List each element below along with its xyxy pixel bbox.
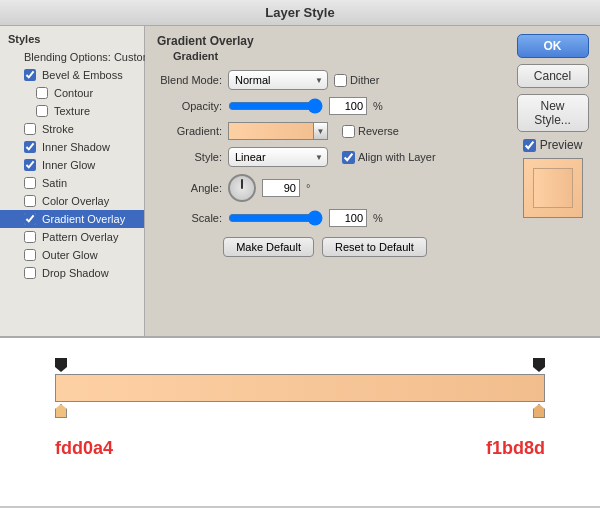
align-layer-label[interactable]: Align with Layer bbox=[342, 151, 436, 164]
gradient-row: Gradient: ▼ Reverse bbox=[157, 122, 493, 140]
opacity-slider[interactable] bbox=[228, 99, 323, 113]
gradient-stop-bottom-left[interactable] bbox=[55, 404, 67, 418]
blend-mode-label: Blend Mode: bbox=[157, 74, 222, 86]
make-default-button[interactable]: Make Default bbox=[223, 237, 314, 257]
sidebar-item-texture[interactable]: Texture bbox=[0, 102, 144, 120]
reverse-checkbox[interactable] bbox=[342, 125, 355, 138]
panel-title: Gradient Overlay bbox=[157, 34, 493, 48]
preview-checkbox[interactable] bbox=[523, 139, 536, 152]
ok-button[interactable]: OK bbox=[517, 34, 589, 58]
outer-glow-checkbox[interactable] bbox=[24, 249, 36, 261]
scale-input[interactable] bbox=[329, 209, 367, 227]
scale-slider[interactable] bbox=[228, 211, 323, 225]
sidebar-item-gradient-overlay[interactable]: Gradient Overlay bbox=[0, 210, 144, 228]
color-overlay-label: Color Overlay bbox=[42, 195, 109, 207]
drop-shadow-checkbox[interactable] bbox=[24, 267, 36, 279]
reverse-label[interactable]: Reverse bbox=[342, 125, 399, 138]
blend-mode-select-wrapper: Normal Dissolve Multiply bbox=[228, 70, 328, 90]
right-panel: OK Cancel New Style... Preview bbox=[505, 26, 600, 336]
sidebar-item-contour[interactable]: Contour bbox=[0, 84, 144, 102]
gradient-bar[interactable] bbox=[55, 374, 545, 402]
center-panel: Gradient Overlay Gradient Blend Mode: No… bbox=[145, 26, 505, 336]
right-color-label: f1bd8d bbox=[486, 438, 545, 459]
dialog-body: Styles Blending Options: Custom Bevel & … bbox=[0, 26, 600, 336]
sidebar-item-inner-glow[interactable]: Inner Glow bbox=[0, 156, 144, 174]
style-select[interactable]: Linear Radial Angle bbox=[228, 147, 328, 167]
sidebar: Styles Blending Options: Custom Bevel & … bbox=[0, 26, 145, 336]
preview-label[interactable]: Preview bbox=[523, 138, 583, 152]
opacity-input[interactable] bbox=[329, 97, 367, 115]
bottom-buttons: Make Default Reset to Default bbox=[157, 237, 493, 257]
contour-checkbox[interactable] bbox=[36, 87, 48, 99]
sidebar-item-inner-shadow[interactable]: Inner Shadow bbox=[0, 138, 144, 156]
opacity-row: Opacity: % bbox=[157, 97, 493, 115]
sidebar-item-stroke[interactable]: Stroke bbox=[0, 120, 144, 138]
title-bar: Layer Style bbox=[0, 0, 600, 26]
pattern-overlay-label: Pattern Overlay bbox=[42, 231, 118, 243]
blend-mode-select[interactable]: Normal Dissolve Multiply bbox=[228, 70, 328, 90]
gradient-overlay-checkbox[interactable] bbox=[24, 213, 36, 225]
inner-glow-checkbox[interactable] bbox=[24, 159, 36, 171]
sidebar-item-drop-shadow[interactable]: Drop Shadow bbox=[0, 264, 144, 282]
satin-checkbox[interactable] bbox=[24, 177, 36, 189]
opacity-label: Opacity: bbox=[157, 100, 222, 112]
contour-label: Contour bbox=[54, 87, 93, 99]
bevel-emboss-checkbox[interactable] bbox=[24, 69, 36, 81]
bottom-section: fdd0a4 f1bd8d bbox=[0, 336, 600, 506]
sidebar-item-blending-options[interactable]: Blending Options: Custom bbox=[0, 48, 144, 66]
style-row: Style: Linear Radial Angle Align with La… bbox=[157, 147, 493, 167]
preview-box bbox=[523, 158, 583, 218]
gradient-stop-bottom-right[interactable] bbox=[533, 404, 545, 418]
sidebar-item-satin[interactable]: Satin bbox=[0, 174, 144, 192]
pattern-overlay-checkbox[interactable] bbox=[24, 231, 36, 243]
dither-label[interactable]: Dither bbox=[334, 74, 379, 87]
stroke-checkbox[interactable] bbox=[24, 123, 36, 135]
scale-label: Scale: bbox=[157, 212, 222, 224]
sidebar-item-color-overlay[interactable]: Color Overlay bbox=[0, 192, 144, 210]
bevel-emboss-label: Bevel & Emboss bbox=[42, 69, 123, 81]
sidebar-item-pattern-overlay[interactable]: Pattern Overlay bbox=[0, 228, 144, 246]
gradient-stop-top-left[interactable] bbox=[55, 358, 67, 372]
color-labels: fdd0a4 f1bd8d bbox=[55, 438, 545, 459]
gradient-stop-bottom-row bbox=[55, 404, 545, 418]
style-label: Style: bbox=[157, 151, 222, 163]
sidebar-item-outer-glow[interactable]: Outer Glow bbox=[0, 246, 144, 264]
left-color-label: fdd0a4 bbox=[55, 438, 113, 459]
satin-label: Satin bbox=[42, 177, 67, 189]
drop-shadow-label: Drop Shadow bbox=[42, 267, 109, 279]
inner-shadow-label: Inner Shadow bbox=[42, 141, 110, 153]
window-title: Layer Style bbox=[265, 5, 334, 20]
angle-label: Angle: bbox=[157, 182, 222, 194]
gradient-stop-top-row bbox=[55, 358, 545, 372]
gradient-bar-container bbox=[55, 358, 545, 418]
angle-unit: ° bbox=[306, 182, 310, 194]
scale-unit: % bbox=[373, 212, 383, 224]
color-overlay-checkbox[interactable] bbox=[24, 195, 36, 207]
sidebar-title: Styles bbox=[0, 30, 144, 48]
stroke-label: Stroke bbox=[42, 123, 74, 135]
angle-dial[interactable] bbox=[228, 174, 256, 202]
align-layer-checkbox[interactable] bbox=[342, 151, 355, 164]
style-select-wrapper: Linear Radial Angle bbox=[228, 147, 328, 167]
new-style-button[interactable]: New Style... bbox=[517, 94, 589, 132]
sidebar-item-bevel-emboss[interactable]: Bevel & Emboss bbox=[0, 66, 144, 84]
outer-glow-label: Outer Glow bbox=[42, 249, 98, 261]
blend-mode-row: Blend Mode: Normal Dissolve Multiply Dit… bbox=[157, 70, 493, 90]
inner-shadow-checkbox[interactable] bbox=[24, 141, 36, 153]
texture-label: Texture bbox=[54, 105, 90, 117]
angle-input[interactable] bbox=[262, 179, 300, 197]
cancel-button[interactable]: Cancel bbox=[517, 64, 589, 88]
angle-row: Angle: ° bbox=[157, 174, 493, 202]
reset-default-button[interactable]: Reset to Default bbox=[322, 237, 427, 257]
texture-checkbox[interactable] bbox=[36, 105, 48, 117]
dither-checkbox[interactable] bbox=[334, 74, 347, 87]
scale-row: Scale: % bbox=[157, 209, 493, 227]
gradient-overlay-label: Gradient Overlay bbox=[42, 213, 125, 225]
gradient-preview[interactable]: ▼ bbox=[228, 122, 328, 140]
gradient-label: Gradient: bbox=[157, 125, 222, 137]
panel-subtitle: Gradient bbox=[173, 50, 493, 62]
inner-glow-label: Inner Glow bbox=[42, 159, 95, 171]
preview-inner bbox=[533, 168, 573, 208]
blending-options-label: Blending Options: Custom bbox=[24, 51, 152, 63]
gradient-stop-top-right[interactable] bbox=[533, 358, 545, 372]
